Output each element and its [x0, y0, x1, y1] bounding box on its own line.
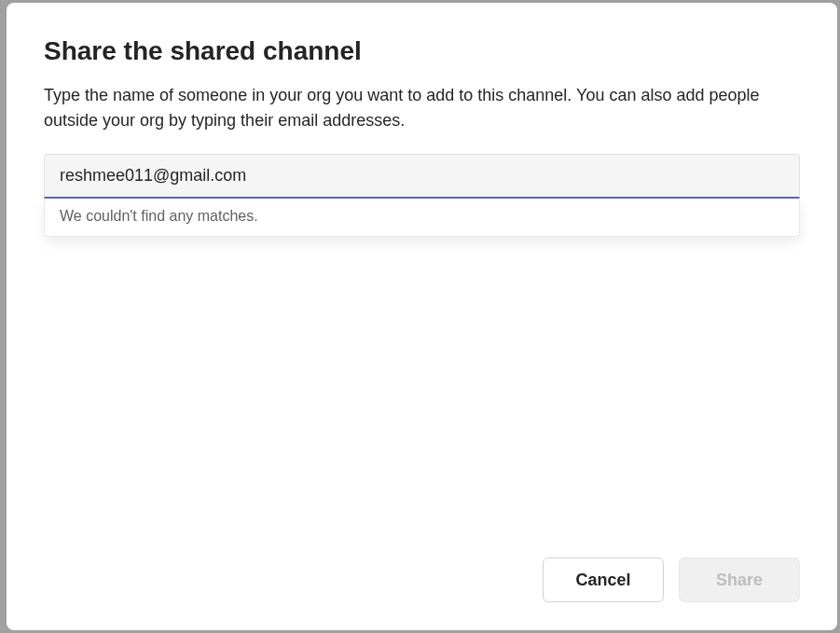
dialog-description: Type the name of someone in your org you… [44, 83, 800, 133]
share-button: Share [679, 557, 800, 602]
search-results-dropdown: We couldn't find any matches. [44, 199, 800, 237]
people-search-input[interactable] [44, 154, 800, 199]
spacer [44, 237, 800, 535]
dialog-button-row: Cancel Share [44, 535, 800, 602]
share-channel-dialog: Share the shared channel Type the name o… [7, 3, 837, 630]
people-search-wrapper: We couldn't find any matches. [44, 154, 800, 237]
cancel-button[interactable]: Cancel [543, 557, 664, 602]
dialog-title: Share the shared channel [44, 36, 800, 66]
no-matches-message: We couldn't find any matches. [45, 199, 799, 236]
